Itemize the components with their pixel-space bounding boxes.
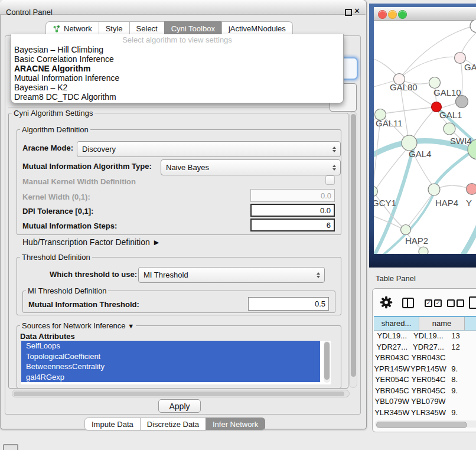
cyni-algorithm-settings-legend: Cyni Algorithm Settings [12, 109, 94, 118]
network-node[interactable] [470, 20, 476, 32]
threshold-definition-legend: Threshold Definition [20, 253, 92, 262]
tab-infer-network[interactable]: Infer Network [206, 418, 265, 431]
control-panel-titlebar[interactable] [0, 0, 366, 15]
algorithm-option-aracne-algorithm[interactable]: ARACNE Algorithm [11, 64, 343, 73]
table-header-row: shared...nameA [374, 316, 476, 331]
split-columns-icon[interactable] [402, 298, 414, 308]
table-row[interactable]: YDR27...YDR27...12 [374, 342, 476, 353]
column-header-a[interactable]: A [465, 317, 476, 331]
table-row[interactable]: YLR345WYLR345W9. [374, 407, 476, 419]
table-cell: 9. [446, 364, 476, 375]
minimize-traffic-light-icon[interactable] [388, 10, 397, 19]
settings-horizontal-scrollbar[interactable] [12, 390, 350, 397]
algorithm-option-bayesian-k2[interactable]: Bayesian – K2 [11, 83, 343, 92]
table-cell: YPR145W [374, 364, 410, 375]
tab-jactivemnodules[interactable]: jActiveMNodules [221, 21, 293, 35]
control-panel-title: Control Panel [6, 8, 53, 17]
sources-legend[interactable]: Sources for Network Inference ▼ [20, 321, 136, 330]
tab-cyni-toolbox[interactable]: Cyni Toolbox [164, 21, 222, 35]
settings-vertical-scrollbar[interactable] [349, 112, 357, 388]
column-header-name[interactable]: name [419, 317, 465, 331]
algorithm-option-basic-correlation-inference[interactable]: Basic Correlation Inference [11, 54, 343, 64]
network-canvas[interactable]: GALGAL80GAL10GAL1GAL11SWI4GAL4GCY1HAP4YH… [374, 20, 476, 254]
new-table-icon[interactable] [469, 296, 476, 309]
network-edge [439, 185, 467, 188]
tab-style[interactable]: Style [99, 21, 130, 35]
table-row[interactable]: YBL079WYBL079W [374, 396, 476, 407]
screen: Control Panel ✕ NetworkStyleSelectCyni T… [0, 0, 476, 450]
table-cell: YBR043C [374, 353, 410, 364]
column-header-shared[interactable]: shared... [374, 317, 419, 331]
tab-discretize-data[interactable]: Discretize Data [140, 418, 206, 431]
algorithm-definition-legend: Algorithm Definition [20, 125, 90, 134]
tab-infer-network-label: Infer Network [213, 420, 258, 429]
network-node-gcy1[interactable] [374, 187, 378, 197]
manual-kernel-width-checkbox[interactable] [325, 175, 335, 185]
attribute-item-selfloops[interactable]: SelfLoops [21, 341, 320, 351]
apply-button[interactable]: Apply [158, 399, 201, 413]
tab-select[interactable]: Select [129, 21, 165, 35]
dpi-tolerance-input[interactable] [250, 204, 335, 217]
attribute-item-gal4rgexp[interactable]: gal4RGexp [21, 372, 320, 383]
tab-discretize-data-label: Discretize Data [147, 420, 199, 429]
mi-threshold-input[interactable] [248, 297, 329, 311]
network-edge [461, 33, 476, 53]
network-node[interactable] [419, 247, 428, 254]
table-cell: YDR27... [410, 342, 447, 353]
select-all-checkboxes-icon[interactable]: ✓✓ [425, 299, 442, 307]
network-edge [374, 57, 396, 75]
table-row[interactable]: YBR045CYBR045C9. [374, 386, 476, 397]
network-node-gal10[interactable] [429, 77, 441, 89]
table-row[interactable]: YBR043CYBR043C [374, 353, 476, 364]
node-label-gal11: GAL11 [376, 118, 403, 128]
table-cell [446, 396, 476, 407]
algorithm-option-mutual-information-inference[interactable]: Mutual Information Inference [11, 73, 343, 83]
combo-arrows-icon [317, 272, 320, 278]
close-traffic-light-icon[interactable] [378, 10, 387, 19]
algorithm-option-dream8-dc-tdc-algorithm[interactable]: Dream8 DC_TDC Algorithm [11, 92, 343, 102]
algorithm-option-bayesian-hill-climbing[interactable]: Bayesian – Hill Climbing [11, 45, 343, 54]
mi-steps-input[interactable] [250, 219, 335, 231]
chevron-right-icon: ▶ [154, 239, 159, 246]
mi-steps-label: Mutual Information Steps: [22, 221, 117, 230]
table-cell: YDR27... [374, 342, 410, 353]
table-cell: YBR045C [410, 386, 447, 397]
table-panel: ✓✓ shared...nameA YDL19...YDL19...13YDR2… [372, 288, 476, 432]
network-node-hap2[interactable] [401, 225, 411, 235]
table-row[interactable]: YDL19...YDL19...13 [374, 331, 476, 342]
aracne-mode-select[interactable]: Discovery [77, 141, 341, 157]
tab-impute-data[interactable]: Impute Data [84, 418, 141, 431]
table-cell: YER054C [410, 374, 447, 386]
kernel-width-input[interactable] [250, 189, 335, 202]
network-node-hap4[interactable] [428, 184, 440, 195]
table-cell: 13 [446, 331, 476, 342]
network-icon [53, 25, 61, 33]
zoom-traffic-light-icon[interactable] [398, 10, 407, 19]
tab-network[interactable]: Network [45, 21, 99, 35]
mi-algorithm-type-select[interactable]: Naive Bayes [161, 159, 341, 175]
table-cell: YDL19... [410, 331, 447, 342]
minimized-panel-button[interactable] [3, 444, 18, 450]
table-body: YDL19...YDL19...13YDR27...YDR27...12YBR0… [374, 331, 476, 420]
attribute-item-topologicalcoefficient[interactable]: TopologicalCoefficient [21, 351, 320, 362]
which-threshold-select[interactable]: MI Threshold [138, 267, 325, 283]
table-row[interactable]: YPR145WYPR145W9. [374, 364, 476, 375]
table-horizontal-scrollbar[interactable] [375, 420, 476, 428]
aracne-mode-label: Aracne Mode: [22, 144, 73, 152]
network-node-y[interactable] [467, 184, 476, 195]
network-node[interactable] [444, 123, 455, 135]
combo-arrows-icon [332, 165, 336, 171]
tab-style-label: Style [106, 24, 123, 33]
table-cell [446, 353, 476, 364]
mi-algorithm-type-label: Mutual Information Algorithm Type: [22, 162, 152, 171]
table-row[interactable]: YER054CYER054C8. [374, 374, 476, 386]
hub-definition-expander[interactable]: Hub/Transcription Factor Definition ▶ [22, 237, 159, 247]
float-window-icon[interactable] [345, 9, 352, 16]
table-cell: YBL079W [410, 396, 447, 407]
gear-icon[interactable] [380, 296, 393, 309]
close-icon[interactable]: ✕ [354, 6, 360, 15]
table-cell: YLR345W [410, 407, 447, 419]
attributes-scrollbar[interactable] [324, 341, 330, 383]
deselect-all-checkboxes-icon[interactable] [447, 299, 464, 307]
attribute-item-betweennesscentrality[interactable]: BetweennessCentrality [21, 361, 320, 372]
